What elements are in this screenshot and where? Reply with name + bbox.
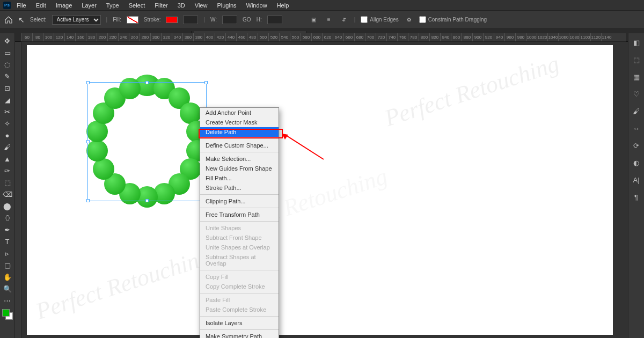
- ctx-unite-shapes-at-overlap: Unite Shapes at Overlap: [200, 243, 279, 252]
- tool-12[interactable]: ⬚: [1, 177, 14, 188]
- menu-filter[interactable]: Filter: [151, 1, 171, 10]
- ruler-tick: 760: [397, 33, 408, 41]
- h-label: H:: [257, 17, 262, 23]
- color-swatches[interactable]: [2, 309, 13, 320]
- ctx-new-guides-from-shape[interactable]: New Guides From Shape: [200, 164, 279, 173]
- panel-btn-6[interactable]: ⟳: [631, 139, 642, 151]
- shape-ring: [87, 75, 207, 206]
- path-selection-icon[interactable]: ↖: [18, 16, 25, 24]
- panel-btn-8[interactable]: A|: [631, 174, 642, 186]
- panel-btn-1[interactable]: ⬚: [631, 54, 642, 65]
- ctx-stroke-path-[interactable]: Stroke Path...: [200, 183, 279, 193]
- ctx-make-selection-[interactable]: Make Selection...: [200, 154, 279, 164]
- tool-3[interactable]: ✎: [1, 71, 14, 82]
- path-arrangement-icon[interactable]: ⇵: [339, 15, 349, 25]
- panel-btn-2[interactable]: ▦: [631, 71, 642, 83]
- fill-swatch[interactable]: [127, 16, 138, 24]
- tool-17[interactable]: T: [1, 236, 14, 247]
- ruler-tick: 540: [279, 33, 290, 41]
- tool-6[interactable]: ✂: [1, 106, 14, 117]
- ruler-tick: 1140: [601, 33, 612, 41]
- ctx-subtract-front-shape: Subtract Front Shape: [200, 233, 279, 243]
- ctx-fill-path-[interactable]: Fill Path...: [200, 173, 279, 183]
- tool-5[interactable]: ◢: [1, 94, 14, 105]
- menu-type[interactable]: Type: [103, 1, 123, 10]
- menu-3d[interactable]: 3D: [174, 1, 189, 10]
- panel-btn-7[interactable]: ◐: [631, 157, 642, 168]
- menu-image[interactable]: Image: [52, 1, 76, 10]
- ruler-tick: 640: [333, 33, 343, 41]
- path-alignment-icon[interactable]: ≡: [324, 15, 334, 25]
- ruler-tick: 500: [258, 33, 268, 41]
- ruler-tick: 80: [32, 33, 43, 41]
- ctx-add-anchor-point[interactable]: Add Anchor Point: [200, 108, 279, 117]
- panel-btn-4[interactable]: 🖌: [631, 105, 642, 117]
- align-edges-checkbox[interactable]: [361, 16, 368, 23]
- tool-0[interactable]: ✥: [1, 35, 14, 46]
- menu-layer[interactable]: Layer: [78, 1, 100, 10]
- ruler-tick: 560: [290, 33, 301, 41]
- ruler-tick: 980: [515, 33, 526, 41]
- panel-btn-9[interactable]: ¶: [631, 191, 642, 203]
- tools-panel: ✥▭◌✎⊡◢✂✧●🖌▲✑⬚⌫⬤⬯✒T▹▢✋🔍⋯: [0, 33, 15, 338]
- tool-13[interactable]: ⌫: [1, 189, 14, 200]
- menu-select[interactable]: Select: [125, 1, 149, 10]
- ctx-subtract-shapes-at-overlap: Subtract Shapes at Overlap: [200, 252, 279, 268]
- tool-8[interactable]: ●: [1, 130, 14, 141]
- stroke-width-field[interactable]: [183, 16, 198, 24]
- link-icon[interactable]: GO: [243, 17, 251, 23]
- menu-file[interactable]: File: [13, 1, 30, 10]
- ctx-clipping-path-[interactable]: Clipping Path...: [200, 196, 279, 206]
- ruler-tick: 860: [451, 33, 462, 41]
- panel-btn-0[interactable]: ◧: [631, 36, 642, 48]
- select-mode-dropdown[interactable]: Active Layers: [52, 15, 101, 25]
- ctx-delete-path[interactable]: Delete Path: [200, 127, 279, 137]
- ctx-create-vector-mask[interactable]: Create Vector Mask: [200, 117, 279, 127]
- home-icon[interactable]: [4, 16, 13, 24]
- panel-btn-5[interactable]: ↔: [631, 122, 642, 134]
- gear-icon[interactable]: ✿: [404, 15, 414, 25]
- tool-20[interactable]: ✋: [1, 271, 14, 282]
- options-bar: ↖ Select: Active Layers | Fill: Stroke: …: [0, 11, 644, 29]
- tool-22[interactable]: ⋯: [1, 295, 14, 306]
- ruler-tick: 1040: [547, 33, 558, 41]
- ruler-tick: 120: [54, 33, 64, 41]
- menu-window[interactable]: Window: [243, 1, 271, 10]
- select-label: Select:: [30, 17, 47, 23]
- menu-view[interactable]: View: [191, 1, 211, 10]
- tool-10[interactable]: ▲: [1, 153, 14, 164]
- tool-16[interactable]: ✒: [1, 224, 14, 235]
- ruler-tick: 160: [75, 33, 86, 41]
- ruler-tick: 420: [215, 33, 225, 41]
- tool-9[interactable]: 🖌: [1, 142, 14, 152]
- ctx-isolate-layers[interactable]: Isolate Layers: [200, 318, 279, 328]
- stroke-swatch[interactable]: [166, 17, 178, 23]
- path-operations-icon[interactable]: ▣: [309, 15, 319, 25]
- tool-21[interactable]: 🔍: [1, 283, 14, 294]
- ruler-tick: 440: [225, 33, 236, 41]
- tool-18[interactable]: ▹: [1, 248, 14, 259]
- tool-1[interactable]: ▭: [1, 47, 14, 58]
- ruler-tick: 200: [97, 33, 107, 41]
- ctx-define-custom-shape-[interactable]: Define Custom Shape...: [200, 141, 279, 150]
- menu-edit[interactable]: Edit: [32, 1, 50, 10]
- ctx-free-transform-path[interactable]: Free Transform Path: [200, 210, 279, 219]
- ruler-tick: 1120: [590, 33, 601, 41]
- panel-btn-3[interactable]: ♡: [631, 88, 642, 100]
- tool-2[interactable]: ◌: [1, 59, 14, 70]
- ctx-make-symmetry-path[interactable]: Make Symmetry Path: [200, 332, 279, 338]
- menu-plugins[interactable]: Plugins: [213, 1, 240, 10]
- constrain-checkbox[interactable]: [419, 16, 426, 23]
- ruler-tick: 480: [247, 33, 258, 41]
- width-field[interactable]: [222, 16, 237, 24]
- watermark: Perfect Retouching: [381, 50, 562, 132]
- ruler-tick: 340: [172, 33, 182, 41]
- height-field[interactable]: [267, 16, 282, 24]
- menu-help[interactable]: Help: [273, 1, 293, 10]
- tool-11[interactable]: ✑: [1, 165, 14, 176]
- tool-4[interactable]: ⊡: [1, 83, 14, 93]
- tool-7[interactable]: ✧: [1, 118, 14, 129]
- tool-19[interactable]: ▢: [1, 260, 14, 270]
- tool-14[interactable]: ⬤: [1, 201, 14, 211]
- tool-15[interactable]: ⬯: [1, 212, 14, 223]
